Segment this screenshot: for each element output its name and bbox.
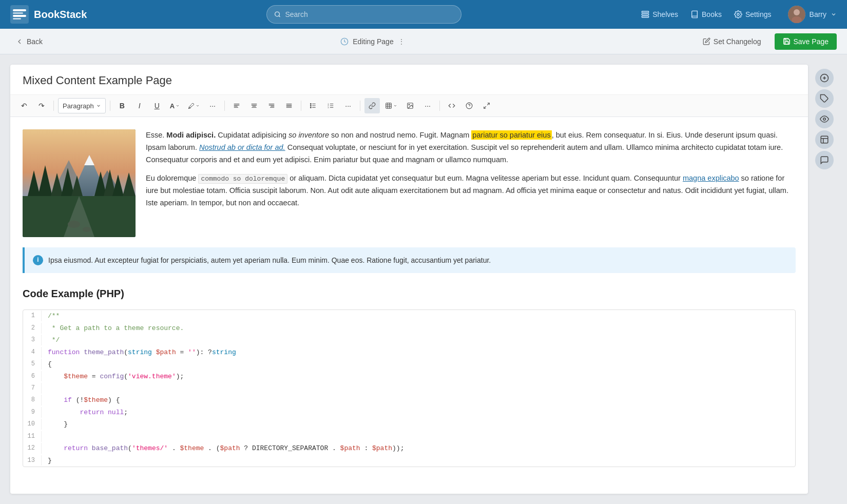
- more-block-button[interactable]: ···: [340, 98, 356, 113]
- comment-icon: [820, 156, 829, 165]
- more-insert-button[interactable]: ···: [420, 98, 435, 113]
- svg-point-36: [311, 107, 312, 108]
- fullscreen-button[interactable]: [479, 98, 494, 113]
- code-line: 8 if (!$theme) {: [23, 394, 795, 406]
- table-icon: [385, 102, 392, 109]
- svg-point-12: [794, 9, 800, 15]
- info-text: Ipsa eiusmod. Aut excepteur fugiat for p…: [48, 255, 491, 266]
- page-title-input[interactable]: [23, 74, 796, 87]
- nav-links: Shelves Books Settings Barry: [641, 6, 837, 23]
- more-format-button[interactable]: ···: [205, 98, 220, 113]
- highlight-chevron: [196, 104, 200, 108]
- editor-content[interactable]: Esse. Modi adipisci. Cupidatat adipisici…: [10, 117, 808, 479]
- code-line: 5 {: [23, 358, 795, 370]
- svg-line-52: [487, 103, 489, 105]
- books-nav-link[interactable]: Books: [690, 10, 722, 18]
- sidebar-attachments-button[interactable]: [815, 130, 834, 149]
- save-page-label: Save Page: [794, 37, 829, 46]
- avatar-image: [788, 6, 805, 23]
- list-numbered-button[interactable]: 123: [323, 98, 338, 113]
- svg-rect-4: [13, 18, 21, 20]
- editing-more-icon[interactable]: ⋮: [398, 37, 405, 46]
- align-center-button[interactable]: [246, 98, 262, 113]
- justify-icon: [285, 102, 293, 109]
- code-line: 4 function theme_path(string $path = '')…: [23, 346, 795, 358]
- table-button[interactable]: [382, 98, 400, 113]
- image-button[interactable]: [402, 98, 418, 113]
- info-box: i Ipsa eiusmod. Aut excepteur fugiat for…: [23, 247, 796, 273]
- set-changelog-button[interactable]: Set Changelog: [698, 34, 766, 49]
- sidebar-pin-button[interactable]: [815, 69, 834, 87]
- svg-rect-43: [386, 103, 392, 109]
- svg-point-10: [737, 13, 739, 15]
- help-button[interactable]: [461, 98, 477, 113]
- text-color-button[interactable]: A: [167, 98, 183, 113]
- right-sidebar: [812, 65, 837, 494]
- search-bar[interactable]: [266, 5, 461, 24]
- back-button[interactable]: Back: [10, 34, 48, 49]
- align-left-icon: [233, 102, 240, 109]
- sidebar-tag-button[interactable]: [815, 89, 834, 108]
- code-line: 1 /**: [23, 310, 795, 322]
- list-bullet-button[interactable]: [305, 98, 321, 113]
- search-icon: [274, 11, 281, 18]
- settings-icon: [734, 10, 742, 18]
- highlight-button[interactable]: 🖊: [185, 98, 203, 113]
- landscape-image: [23, 129, 136, 237]
- user-menu[interactable]: Barry: [788, 6, 837, 23]
- code-line: 3 */: [23, 334, 795, 346]
- shelves-label: Shelves: [652, 10, 678, 18]
- justify-button[interactable]: [281, 98, 297, 113]
- svg-point-70: [83, 227, 91, 232]
- code-button[interactable]: [444, 98, 459, 113]
- svg-point-49: [409, 104, 410, 105]
- editor-container: ↶ ↷ Paragraph B I U A 🖊 ···: [10, 65, 808, 494]
- link-button[interactable]: [364, 98, 380, 113]
- link-icon: [369, 102, 376, 109]
- align-left-button[interactable]: [229, 98, 244, 113]
- sidebar-watch-button[interactable]: [815, 110, 834, 128]
- svg-rect-9: [642, 16, 649, 17]
- code-line: 7: [23, 382, 795, 394]
- align-center-icon: [251, 102, 258, 109]
- link-2[interactable]: magna explicabo: [683, 174, 739, 182]
- shelves-nav-link[interactable]: Shelves: [641, 10, 678, 18]
- sidebar-comments-button[interactable]: [815, 151, 834, 169]
- search-input[interactable]: [285, 10, 454, 18]
- code-block: 1 /** 2 * Get a path to a theme resource…: [23, 309, 796, 467]
- content-text: Esse. Modi adipisci. Cupidatat adipisici…: [146, 129, 796, 237]
- changelog-icon: [703, 37, 710, 45]
- underline-button[interactable]: U: [149, 98, 165, 113]
- svg-rect-1: [13, 9, 26, 11]
- books-icon: [690, 10, 699, 18]
- books-label: Books: [702, 10, 722, 18]
- user-name: Barry: [810, 10, 826, 18]
- svg-line-6: [279, 16, 280, 17]
- editing-icon: [340, 37, 349, 46]
- svg-rect-0: [10, 5, 29, 24]
- bold-button[interactable]: B: [114, 98, 130, 113]
- code-section-title: Code Example (PHP): [23, 285, 796, 302]
- brand-logo[interactable]: BookStack: [10, 5, 87, 24]
- list-numbered-icon: 123: [327, 102, 334, 109]
- settings-nav-link[interactable]: Settings: [734, 10, 772, 18]
- settings-label: Settings: [745, 10, 772, 18]
- undo-button[interactable]: ↶: [16, 98, 32, 113]
- back-label: Back: [27, 37, 43, 46]
- align-right-button[interactable]: [264, 98, 279, 113]
- save-page-button[interactable]: Save Page: [775, 33, 837, 50]
- main-layout: ↶ ↷ Paragraph B I U A 🖊 ···: [0, 54, 847, 504]
- paragraph-2: Eu doloremque commodo so doloremque or a…: [146, 172, 796, 209]
- svg-line-53: [484, 106, 486, 108]
- code-line: 12 return base_path('themes/' . $theme .…: [23, 442, 795, 454]
- link-1[interactable]: Nostrud ab or dicta for ad.: [199, 143, 285, 151]
- redo-button[interactable]: ↷: [34, 98, 49, 113]
- code-line: 2 * Get a path to a theme resource.: [23, 322, 795, 334]
- user-dropdown-chevron: [831, 11, 837, 17]
- avatar: [788, 6, 805, 23]
- paragraph-select[interactable]: Paragraph: [58, 98, 106, 113]
- svg-point-69: [68, 221, 80, 228]
- code-line: 9 return null;: [23, 406, 795, 418]
- italic-button[interactable]: I: [132, 98, 147, 113]
- separator-5: [360, 101, 360, 111]
